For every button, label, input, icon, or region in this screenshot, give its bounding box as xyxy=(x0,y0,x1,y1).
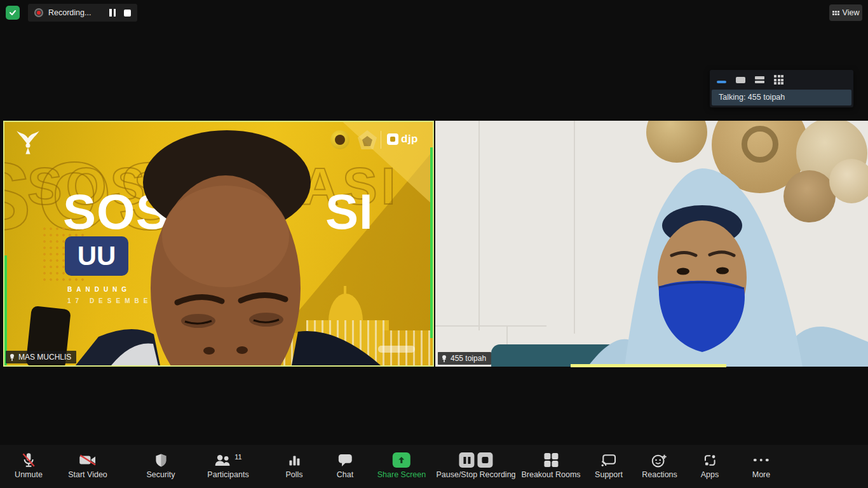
participant-video-man xyxy=(4,122,433,365)
more-label: More xyxy=(752,470,770,479)
view-button-label: View xyxy=(843,8,860,17)
talking-indicator: Talking: 455 toipah xyxy=(712,90,851,105)
view-button[interactable]: View xyxy=(829,4,862,21)
pause-stop-recording-button[interactable]: Pause/Stop Recording xyxy=(436,452,515,479)
participants-label: Participants xyxy=(207,470,248,479)
recording-indicator: Recording... xyxy=(28,4,137,22)
more-dots-icon xyxy=(754,459,769,462)
recording-label: Recording... xyxy=(48,8,109,17)
meeting-toolbar: Unmute Start Video xyxy=(0,445,868,488)
reactions-button[interactable]: Reactions xyxy=(642,452,677,479)
support-icon xyxy=(601,454,617,467)
unmute-button[interactable]: Unmute xyxy=(15,452,43,479)
share-screen-button[interactable]: Share Screen xyxy=(377,452,426,479)
participants-count-badge: 11 xyxy=(234,453,241,461)
reactions-label: Reactions xyxy=(642,470,677,479)
eyes xyxy=(677,268,689,275)
view-options-panel: Talking: 455 toipah xyxy=(710,70,853,107)
share-screen-label: Share Screen xyxy=(377,470,426,479)
pause-recording-icon[interactable] xyxy=(109,9,116,17)
support-button[interactable]: Support xyxy=(595,452,623,479)
polls-button[interactable]: Polls xyxy=(285,452,302,479)
chat-label: Chat xyxy=(337,470,353,479)
polls-label: Polls xyxy=(285,470,302,479)
name-plate: MAS MUCHLIS xyxy=(6,351,76,363)
camera-off-icon xyxy=(79,454,97,466)
support-label: Support xyxy=(595,470,623,479)
participant-name: MAS MUCHLIS xyxy=(18,353,71,362)
chat-icon xyxy=(338,454,353,467)
name-plate: 455 toipah xyxy=(438,352,491,365)
apps-label: Apps xyxy=(701,470,719,479)
zoom-meeting-window: Recording... View Talking: 455 toipah SO… xyxy=(0,0,868,488)
speaker-view-icon[interactable] xyxy=(736,77,745,83)
start-video-label: Start Video xyxy=(68,470,107,479)
pause-stop-recording-label: Pause/Stop Recording xyxy=(436,470,515,479)
chat-button[interactable]: Chat xyxy=(337,452,353,479)
video-tile-455-toipah[interactable]: 455 toipah xyxy=(435,121,868,367)
gallery-view-icon[interactable] xyxy=(774,75,783,85)
pause-recording-toolbar-icon[interactable] xyxy=(459,452,475,468)
active-speaker-indicator xyxy=(571,364,726,367)
meeting-security-shield-icon[interactable] xyxy=(6,6,20,20)
stop-recording-icon[interactable] xyxy=(124,10,131,17)
apps-icon xyxy=(703,453,717,468)
pin-icon xyxy=(8,353,16,361)
breakout-rooms-button[interactable]: Breakout Rooms xyxy=(521,452,580,479)
minimal-view-icon[interactable] xyxy=(717,81,726,83)
check-icon xyxy=(9,9,17,17)
unmute-label: Unmute xyxy=(15,470,43,479)
participant-name: 455 toipah xyxy=(451,354,486,363)
start-video-button[interactable]: Start Video xyxy=(68,452,107,479)
more-button[interactable]: More xyxy=(752,452,770,479)
shield-icon xyxy=(154,453,167,468)
video-tile-mas-muchlis[interactable]: SOS SOSIALISASI SOS SI UU BANDUNG 17 DES… xyxy=(3,121,434,367)
participant-video-woman xyxy=(435,121,868,367)
polls-icon xyxy=(288,454,301,466)
breakout-rooms-icon xyxy=(544,453,558,467)
recording-dot-icon xyxy=(34,8,43,17)
participants-icon xyxy=(214,454,231,466)
apps-button[interactable]: Apps xyxy=(701,452,719,479)
share-screen-icon xyxy=(393,452,410,468)
reactions-smiley-icon xyxy=(652,453,668,468)
stop-recording-toolbar-icon[interactable] xyxy=(478,452,493,468)
microphone-muted-icon xyxy=(21,452,36,468)
stacked-view-icon[interactable] xyxy=(755,76,764,83)
shoulder-right xyxy=(292,331,381,365)
security-label: Security xyxy=(146,470,175,479)
breakout-rooms-label: Breakout Rooms xyxy=(521,470,580,479)
pin-icon xyxy=(440,355,448,362)
participants-button[interactable]: 11 Participants xyxy=(207,452,248,479)
gallery-grid-icon xyxy=(832,11,839,15)
nose xyxy=(203,347,215,355)
security-button[interactable]: Security xyxy=(146,452,175,479)
